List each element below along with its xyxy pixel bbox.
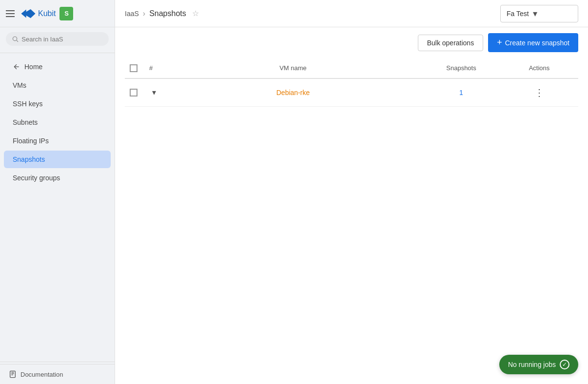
no-running-jobs-label: No running jobs [508, 361, 556, 368]
table-header-actions: Actions [500, 58, 578, 78]
expand-row-button[interactable]: ▾ [149, 88, 159, 97]
snapshots-table-area: # VM name Snapshots Actions [115, 58, 588, 384]
svg-point-0 [13, 37, 17, 40]
sidebar-home-label: Home [24, 63, 42, 71]
sidebar-nav: Home VMs SSH keys Subnets Floating IPs S… [0, 55, 115, 360]
breadcrumb-parent[interactable]: IaaS [125, 10, 139, 18]
sidebar-item-label-snapshots: Snapshots [13, 155, 45, 163]
table-row: ▾ Debian-rke 1 ⋮ [125, 78, 578, 107]
row-expand-cell: ▾ [144, 78, 164, 107]
topbar-right: Fa Test ▾ [500, 5, 578, 22]
check-circle-icon: ✓ [560, 360, 569, 369]
logo-area: Kubit S [20, 7, 73, 20]
row-snapshots-count-cell: 1 [422, 78, 500, 107]
documentation-label: Documentation [20, 371, 63, 378]
kubit-logo: Kubit [20, 8, 56, 19]
sidebar-header: Kubit S [0, 0, 115, 27]
search-icon [12, 35, 19, 43]
workspace-name: Fa Test [507, 10, 529, 18]
chevron-down-icon: ▾ [533, 8, 537, 19]
sidebar-item-snapshots[interactable]: Snapshots [4, 151, 111, 168]
table-header-vm-name: VM name [164, 58, 422, 78]
row-checkbox-cell [125, 78, 144, 107]
status-bar: No running jobs ✓ [499, 355, 578, 374]
action-bar: Bulk operations + Create new snapshot [115, 27, 588, 58]
no-running-jobs-badge[interactable]: No running jobs ✓ [499, 355, 578, 374]
sidebar-item-security-groups[interactable]: Security groups [4, 169, 111, 187]
sidebar-item-label-vms: VMs [13, 81, 26, 89]
sidebar-item-ssh-keys[interactable]: SSH keys [4, 95, 111, 113]
kubit-logo-icon [20, 8, 36, 19]
main-content: IaaS › Snapshots ☆ Fa Test ▾ Bulk operat… [115, 0, 588, 384]
row-checkbox[interactable] [130, 89, 137, 96]
row-actions-cell: ⋮ [500, 78, 578, 107]
topbar: IaaS › Snapshots ☆ Fa Test ▾ [115, 0, 588, 27]
arrow-left-icon [13, 63, 20, 71]
sidebar-search[interactable] [6, 32, 109, 46]
sidebar-item-home[interactable]: Home [4, 58, 111, 76]
workspace-selector[interactable]: Fa Test ▾ [500, 5, 578, 22]
select-all-checkbox[interactable] [130, 64, 137, 72]
vm-name-link[interactable]: Debian-rke [276, 89, 310, 96]
row-vm-name-cell: Debian-rke [164, 78, 422, 107]
sidebar-item-label-security-groups: Security groups [13, 174, 60, 182]
breadcrumb-separator: › [143, 9, 145, 18]
sidebar-item-label-subnets: Subnets [13, 118, 38, 126]
create-snapshot-label: Create new snapshot [505, 39, 569, 47]
breadcrumb: IaaS › Snapshots ☆ [125, 9, 199, 18]
svg-rect-3 [10, 371, 16, 377]
row-actions-menu-button[interactable]: ⋮ [505, 85, 573, 100]
sidebar-item-floating-ips[interactable]: Floating IPs [4, 132, 111, 150]
sidebar-item-subnets[interactable]: Subnets [4, 114, 111, 131]
kubit-logo-text: Kubit [38, 9, 56, 18]
table-header-num: # [144, 58, 164, 78]
breadcrumb-current: Snapshots [149, 9, 186, 18]
sidebar-top-divider [0, 53, 115, 53]
plus-icon: + [497, 38, 502, 48]
svg-line-1 [17, 40, 18, 42]
sidebar-bottom-divider [0, 362, 115, 362]
create-snapshot-button[interactable]: + Create new snapshot [488, 33, 578, 52]
sidebar-item-vms[interactable]: VMs [4, 77, 111, 94]
snapshots-table: # VM name Snapshots Actions [125, 58, 578, 107]
hamburger-menu-icon[interactable] [6, 10, 15, 17]
sidebar-item-label-floating-ips: Floating IPs [13, 137, 49, 145]
table-body: ▾ Debian-rke 1 ⋮ [125, 78, 578, 107]
sidebar-footer[interactable]: Documentation [0, 364, 115, 384]
table-header-row: # VM name Snapshots Actions [125, 58, 578, 78]
sidebar: Kubit S Home VMs SSH keys Subnets Floati… [0, 0, 115, 384]
snapshots-count[interactable]: 1 [459, 89, 463, 96]
bulk-operations-button[interactable]: Bulk operations [418, 35, 484, 51]
secondary-logo: S [59, 7, 73, 20]
favorite-star-icon[interactable]: ☆ [192, 9, 199, 18]
documentation-icon [9, 370, 17, 378]
sidebar-item-label-ssh: SSH keys [13, 100, 42, 108]
table-header-checkbox [125, 58, 144, 78]
table-header-snapshots: Snapshots [422, 58, 500, 78]
search-input[interactable] [21, 36, 103, 43]
